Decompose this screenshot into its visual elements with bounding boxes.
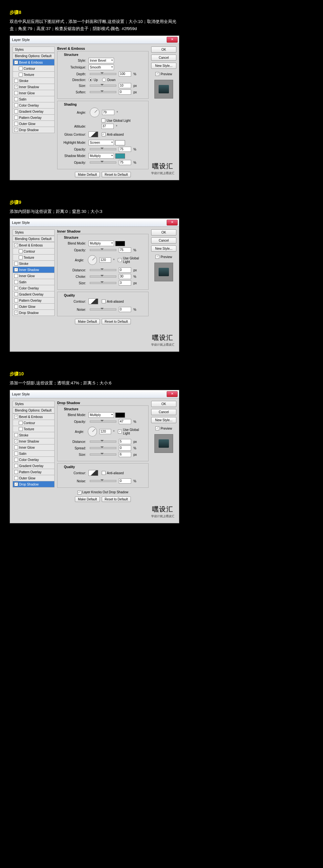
opacity-slider[interactable]	[90, 249, 116, 251]
noise-slider[interactable]	[90, 309, 116, 310]
size-slider[interactable]	[90, 85, 116, 87]
checkbox-icon[interactable]	[14, 299, 18, 302]
smode-dropdown[interactable]: Multiply	[89, 153, 114, 159]
size-input[interactable]: 10	[119, 83, 131, 88]
checkbox-icon[interactable]	[14, 433, 18, 437]
sidebar-item-outer-glow[interactable]: Outer Glow	[12, 121, 55, 127]
checkbox-icon[interactable]	[14, 445, 18, 450]
gloss-contour-swatch[interactable]	[89, 131, 98, 137]
up-radio[interactable]	[89, 78, 92, 82]
choke-slider[interactable]	[90, 276, 116, 278]
checkbox-icon[interactable]	[14, 439, 18, 443]
knock-checkbox[interactable]	[77, 491, 82, 495]
sidebar-item-pattern-overlay[interactable]: Pattern Overlay	[12, 297, 55, 304]
checkbox-icon[interactable]	[14, 274, 18, 278]
sidebar-item-outer-glow[interactable]: Outer Glow	[12, 303, 55, 310]
checkbox-icon[interactable]	[14, 305, 18, 309]
soften-slider[interactable]	[90, 91, 116, 93]
make-default-button[interactable]: Make Default	[75, 497, 100, 502]
opacity-slider[interactable]	[90, 421, 116, 423]
checkbox-icon[interactable]	[14, 110, 18, 114]
aa-checkbox[interactable]	[102, 132, 106, 136]
distance-slider[interactable]	[90, 441, 116, 442]
reset-default-button[interactable]: Reset to Default	[102, 172, 131, 177]
size-slider[interactable]	[90, 454, 116, 456]
sidebar-blending[interactable]: Blending Options: Default	[12, 407, 55, 413]
checkbox-icon[interactable]	[14, 292, 18, 296]
checkbox-icon[interactable]	[14, 311, 18, 315]
hopacity-slider[interactable]	[90, 148, 116, 150]
sidebar-item-satin[interactable]: Satin	[12, 96, 55, 102]
checkbox-icon[interactable]	[14, 60, 18, 64]
highlight-color-swatch[interactable]	[115, 140, 125, 145]
sidebar-item-outer-glow[interactable]: Outer Glow	[12, 475, 55, 481]
color-swatch[interactable]	[115, 412, 125, 418]
sidebar-item-texture[interactable]: Texture	[12, 426, 55, 432]
ok-button[interactable]: OK	[151, 46, 176, 53]
reset-default-button[interactable]: Reset to Default	[102, 319, 131, 324]
sidebar-item-pattern-overlay[interactable]: Pattern Overlay	[12, 469, 55, 475]
newstyle-button[interactable]: New Style...	[151, 417, 176, 423]
contour-swatch[interactable]	[89, 299, 98, 304]
hmode-dropdown[interactable]: Screen	[89, 140, 114, 145]
sidebar-item-gradient-overlay[interactable]: Gradient Overlay	[12, 108, 55, 115]
cancel-button[interactable]: Cancel	[151, 238, 176, 244]
checkbox-icon[interactable]	[14, 103, 18, 107]
checkbox-icon[interactable]	[14, 262, 18, 266]
checkbox-icon[interactable]	[14, 97, 18, 101]
ok-button[interactable]: OK	[151, 401, 176, 407]
sidebar-item-texture[interactable]: Texture	[12, 254, 55, 261]
checkbox-icon[interactable]	[19, 255, 23, 259]
checkbox-icon[interactable]	[14, 476, 18, 480]
sidebar-blending[interactable]: Blending Options: Default	[12, 236, 55, 242]
sidebar-item-stroke[interactable]: Stroke	[12, 78, 55, 84]
sidebar-item-stroke[interactable]: Stroke	[12, 260, 55, 267]
opacity-input[interactable]: 75	[119, 247, 131, 253]
checkbox-icon[interactable]	[14, 91, 18, 95]
sidebar-item-drop-shadow[interactable]: Drop Shadow	[12, 127, 55, 133]
hopacity-input[interactable]: 75	[119, 147, 131, 152]
sidebar-item-stroke[interactable]: Stroke	[12, 432, 55, 438]
sidebar-item-contour[interactable]: Contour	[12, 248, 55, 254]
sidebar-item-satin[interactable]: Satin	[12, 450, 55, 457]
preview-checkbox[interactable]	[155, 255, 159, 259]
distance-input[interactable]: 5	[119, 439, 131, 444]
sidebar-item-texture[interactable]: Texture	[12, 71, 55, 78]
noise-slider[interactable]	[90, 480, 116, 482]
sidebar-item-inner-shadow[interactable]: Inner Shadow	[12, 84, 55, 90]
checkbox-icon[interactable]	[14, 458, 18, 462]
sidebar-item-inner-glow[interactable]: Inner Glow	[12, 444, 55, 451]
sidebar-item-inner-glow[interactable]: Inner Glow	[12, 90, 55, 96]
angle-wheel[interactable]	[88, 255, 97, 265]
color-swatch[interactable]	[115, 241, 125, 246]
sidebar-blending[interactable]: Blending Options: Default	[12, 53, 55, 59]
checkbox-icon[interactable]	[14, 452, 18, 456]
size-input[interactable]: 6	[119, 452, 131, 457]
sidebar-item-inner-glow[interactable]: Inner Glow	[12, 273, 55, 279]
angle-input[interactable]: 120	[99, 429, 111, 434]
sidebar-styles[interactable]: Styles	[12, 401, 55, 407]
ugl-checkbox[interactable]	[101, 119, 105, 122]
checkbox-icon[interactable]	[14, 85, 18, 89]
preview-checkbox[interactable]	[155, 426, 159, 430]
ok-button[interactable]: OK	[151, 229, 176, 236]
make-default-button[interactable]: Make Default	[75, 172, 100, 177]
choke-input[interactable]: 30	[119, 274, 131, 279]
angle-input[interactable]: 120	[99, 257, 111, 262]
aa-checkbox[interactable]	[102, 471, 106, 475]
sopacity-input[interactable]: 75	[119, 160, 131, 165]
bmode-dropdown[interactable]: Multiply	[89, 412, 114, 418]
close-icon[interactable]: ✕	[167, 37, 177, 43]
sidebar-item-drop-shadow[interactable]: Drop Shadow	[12, 309, 55, 316]
sidebar-item-inner-shadow[interactable]: Inner Shadow	[12, 267, 55, 273]
close-icon[interactable]: ✕	[167, 220, 177, 225]
distance-input[interactable]: 0	[119, 268, 131, 273]
checkbox-icon[interactable]	[14, 268, 18, 272]
contour-swatch[interactable]	[89, 470, 98, 476]
soften-input[interactable]: 0	[119, 90, 131, 95]
sidebar-item-color-overlay[interactable]: Color Overlay	[12, 102, 55, 108]
altitude-input[interactable]: 37	[101, 124, 114, 129]
aa-checkbox[interactable]	[102, 300, 106, 303]
ugl-checkbox[interactable]	[118, 258, 122, 262]
cancel-button[interactable]: Cancel	[151, 55, 176, 61]
